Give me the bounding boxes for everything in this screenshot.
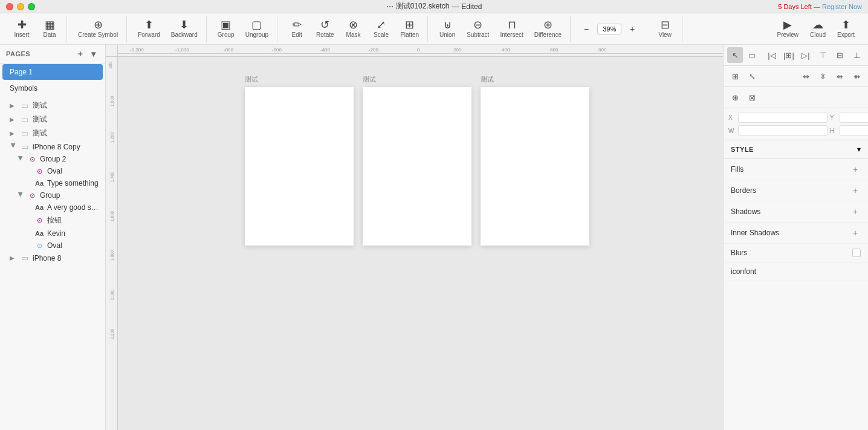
layer-ce-shi-1[interactable]: ▶ ▭ 测试: [0, 99, 105, 112]
minimize-button[interactable]: [17, 3, 24, 10]
add-page-button[interactable]: +: [75, 48, 86, 59]
layer-name: 测试: [33, 114, 100, 125]
y-input[interactable]: [840, 112, 868, 123]
backward-label: Backward: [171, 31, 198, 38]
union-button[interactable]: ⊎ Union: [434, 16, 461, 42]
style-item-inner-shadows[interactable]: Inner Shadows +: [724, 223, 868, 244]
panel-frame-tool[interactable]: ⊠: [744, 90, 760, 105]
fills-add-icon[interactable]: +: [850, 164, 861, 175]
style-item-iconfont[interactable]: iconfont: [724, 262, 868, 281]
layer-iphone8copy[interactable]: ▶ ▭ iPhone 8 Copy: [0, 140, 105, 153]
x-input[interactable]: [738, 112, 828, 123]
zoom-in-button[interactable]: +: [623, 16, 642, 42]
shadows-add-icon[interactable]: +: [850, 206, 861, 217]
panel-align-center-h[interactable]: |⊞|: [781, 47, 797, 63]
close-button[interactable]: [6, 3, 13, 10]
panel-distribute-h[interactable]: ⇹: [798, 68, 814, 84]
layer-name: Oval: [47, 167, 100, 175]
traffic-lights: [6, 3, 35, 10]
panel-align-top[interactable]: ⊤: [815, 47, 831, 63]
backward-button[interactable]: ⬇ Backward: [166, 16, 202, 42]
artboard-2[interactable]: [363, 87, 471, 246]
style-item-blurs[interactable]: Blurs: [724, 244, 868, 262]
w-label: W: [728, 128, 736, 134]
preview-button[interactable]: ▶ Preview: [772, 16, 804, 42]
flatten-button[interactable]: ⊞ Flatten: [396, 16, 424, 42]
subtract-button[interactable]: ⊖ Subtract: [462, 16, 494, 42]
group-button[interactable]: ▣ Group: [213, 16, 239, 42]
artboard-label-2: 测试: [363, 75, 376, 84]
h-input[interactable]: [840, 125, 868, 136]
panel-align-right[interactable]: ▷|: [798, 47, 814, 63]
layer-artboard-icon: ▭: [19, 142, 30, 151]
layer-typesomething[interactable]: Aa Type something: [0, 177, 105, 189]
ruler-mark: -600: [272, 47, 282, 53]
canvas-area[interactable]: -1,200 -1,000 -800 -600 -400 -200 0 200 …: [106, 45, 723, 430]
zoom-out-button[interactable]: −: [577, 16, 596, 42]
rotate-button[interactable]: ↺ Rotate: [311, 16, 338, 42]
panel-symbol-tool[interactable]: ⊕: [727, 90, 743, 105]
artboard-1[interactable]: [245, 87, 354, 246]
layer-iphone8[interactable]: ▶ ▭ iPhone 8: [0, 252, 105, 264]
borders-add-icon[interactable]: +: [850, 185, 861, 196]
collapse-pages-button[interactable]: ▾: [88, 48, 99, 59]
intersect-button[interactable]: ⊓ Intersect: [495, 16, 528, 42]
layer-button[interactable]: ⊙ 按钮: [0, 213, 105, 227]
ruler-mark-v: 1,000: [110, 96, 114, 107]
create-symbol-group: ⊕ Create Symbol: [70, 16, 127, 42]
ungroup-button[interactable]: ▢ Ungroup: [241, 16, 273, 42]
layer-averygoodstud[interactable]: Aa A very good stud...: [0, 201, 105, 213]
mask-button[interactable]: ⊗ Mask: [340, 16, 367, 42]
data-button[interactable]: ▦ Data: [36, 16, 63, 42]
insert-button[interactable]: ✚ Insert: [8, 16, 35, 42]
layers-list: ▶ ▭ 测试 ▶ ▭ 测试 ▶ ▭ 测试 ▶ ▭ iPhone 8 Copy: [0, 96, 105, 430]
artboard-3[interactable]: [481, 87, 589, 246]
style-item-shadows[interactable]: Shadows +: [724, 201, 868, 223]
register-link[interactable]: Register Now: [822, 3, 862, 10]
subtract-label: Subtract: [467, 31, 489, 38]
ruler-mark: 600: [550, 47, 558, 53]
blurs-checkbox[interactable]: [852, 249, 861, 257]
layer-kevin[interactable]: Aa Kevin: [0, 227, 105, 239]
subtract-icon: ⊖: [473, 19, 482, 30]
zoom-group: − 39% +: [573, 16, 646, 42]
layer-oval1[interactable]: ⊙ Oval: [0, 165, 105, 177]
panel-align-bottom[interactable]: ⊥: [849, 47, 864, 63]
layer-name: Kevin: [47, 229, 100, 238]
panel-grid-tool[interactable]: ⊞: [727, 68, 743, 84]
w-input[interactable]: [738, 125, 828, 136]
forward-button[interactable]: ⬆ Forward: [133, 16, 165, 42]
view-button[interactable]: ⊟ View: [652, 16, 678, 42]
layer-ce-shi-3[interactable]: ▶ ▭ 测试: [0, 126, 105, 140]
layer-group[interactable]: ▶ ⊙ Group: [0, 189, 105, 201]
maximize-button[interactable]: [28, 3, 35, 10]
panel-scale-tool[interactable]: ⤡: [744, 68, 760, 84]
cloud-button[interactable]: ☁ Cloud: [805, 16, 831, 42]
layer-ce-shi-2[interactable]: ▶ ▭ 测试: [0, 112, 105, 126]
inner-shadows-add-icon[interactable]: +: [850, 227, 861, 238]
panel-space-h[interactable]: ⇺: [832, 68, 847, 84]
page-item-page1[interactable]: Page 1: [2, 64, 103, 80]
panel-distribute-v[interactable]: ⇳: [815, 68, 831, 84]
panel-align-middle[interactable]: ⊟: [832, 47, 847, 63]
style-header[interactable]: STYLE ▾: [724, 140, 868, 159]
layer-toggle-icon: ▶: [10, 143, 17, 151]
panel-select-tool[interactable]: ↖: [727, 47, 743, 63]
difference-button[interactable]: ⊕ Difference: [530, 16, 566, 42]
create-symbol-button[interactable]: ⊕ Create Symbol: [73, 16, 123, 42]
style-item-borders[interactable]: Borders +: [724, 180, 868, 201]
panel-artboard-tool[interactable]: ▭: [744, 47, 760, 63]
style-item-fills[interactable]: Fills +: [724, 159, 868, 180]
export-button[interactable]: ⬆ Export: [832, 16, 860, 42]
scale-button[interactable]: ⤢ Scale: [368, 16, 395, 42]
panel-align-left[interactable]: |◁: [764, 47, 780, 63]
register-notice[interactable]: 5 Days Left — Register Now: [778, 3, 862, 10]
page-item-label: Symbols: [10, 84, 37, 93]
panel-space-v[interactable]: ⇻: [849, 68, 864, 84]
layer-group2[interactable]: ▶ ⊙ Group 2: [0, 153, 105, 165]
layer-name: 测试: [33, 100, 100, 111]
layer-oval2[interactable]: ⊙ Oval: [0, 239, 105, 252]
edit-button[interactable]: ✏ Edit: [283, 16, 310, 42]
page-item-symbols[interactable]: Symbols: [0, 80, 105, 96]
zoom-input[interactable]: 39%: [597, 24, 621, 34]
